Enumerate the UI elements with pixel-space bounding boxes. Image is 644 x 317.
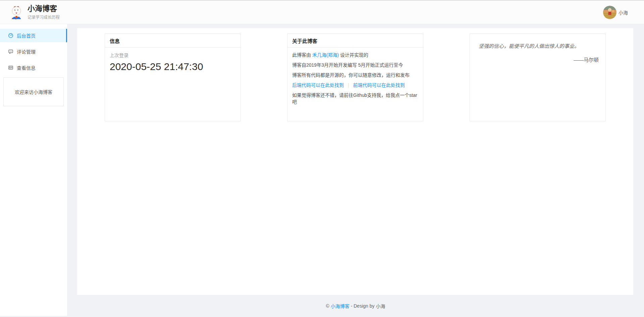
- about-line-star: 如果觉得博客还不错，请前往Github支持我，给我点一个star吧: [292, 92, 418, 105]
- sidebar-item-label: 后台首页: [17, 32, 36, 39]
- content-panel: 信息 上次登录 2020-05-25 21:47:30 关于此博客 此博客由 禾…: [77, 28, 633, 295]
- backend-code-link[interactable]: 后端代码可以在此处找到: [292, 82, 344, 88]
- about-author-suffix: 设计并实现的: [339, 52, 368, 58]
- sidebar-item-comments[interactable]: 评论管理: [0, 45, 67, 58]
- quote-text: 坚强的信心，能使平凡的人做出惊人的事业。: [479, 43, 599, 50]
- blog-mascot-logo-icon: [9, 5, 23, 19]
- card-quote: 坚强的信心，能使平凡的人做出惊人的事业。 ——马尔顿: [470, 34, 606, 121]
- user-name: 小海: [619, 9, 628, 16]
- sidebar: 后台首页 评论管理 查看信息: [0, 24, 67, 316]
- about-line-code-links: 后端代码可以在此处找到|前端代码可以在此处找到: [292, 82, 418, 88]
- card-about: 关于此博客 此博客由 禾几海(郑海) 设计并实现的 博客自2019年3月开始开发…: [287, 34, 423, 121]
- card-info: 信息 上次登录 2020-05-25 21:47:30: [105, 34, 241, 121]
- card-info-title: 信息: [105, 34, 240, 48]
- last-login-label: 上次登录: [110, 52, 236, 58]
- card-about-body: 此博客由 禾几海(郑海) 设计并实现的 博客自2019年3月开始开发编写 5月开…: [287, 48, 423, 113]
- sidebar-item-label: 查看信息: [17, 64, 36, 71]
- app-body: 后台首页 评论管理 查看信息: [0, 24, 644, 316]
- footer-author: 小海: [376, 303, 385, 309]
- sidebar-item-profile[interactable]: 查看信息: [0, 61, 67, 74]
- welcome-box: 欢迎来访小海博客: [3, 77, 64, 106]
- site-title-block: 小海博客 记录学习成长历程: [28, 5, 60, 20]
- dashboard-icon: [8, 33, 13, 38]
- site-subtitle: 记录学习成长历程: [28, 14, 60, 20]
- link-divider: |: [348, 82, 349, 88]
- about-line-history: 博客自2019年3月开始开发编写 5月开始正式运行至今: [292, 62, 418, 68]
- about-author-prefix: 此博客由: [292, 52, 312, 58]
- cards-row: 信息 上次登录 2020-05-25 21:47:30 关于此博客 此博客由 禾…: [105, 34, 606, 121]
- sidebar-item-label: 评论管理: [17, 48, 36, 55]
- sidebar-item-dashboard[interactable]: 后台首页: [0, 29, 67, 42]
- page-footer: © 小海博客 - Design by 小海: [67, 295, 644, 317]
- comment-icon: [8, 49, 13, 54]
- card-about-title: 关于此博客: [287, 34, 423, 48]
- last-login-value: 2020-05-25 21:47:30: [110, 61, 236, 72]
- sidebar-menu: 后台首页 评论管理 查看信息: [0, 24, 67, 74]
- card-info-body: 上次登录 2020-05-25 21:47:30: [105, 48, 240, 76]
- frontend-code-link[interactable]: 前端代码可以在此处找到: [353, 82, 405, 88]
- main-area: 信息 上次登录 2020-05-25 21:47:30 关于此博客 此博客由 禾…: [67, 24, 644, 316]
- footer-middle-text: - Design by: [350, 303, 376, 309]
- user-menu[interactable]: 小海: [603, 6, 628, 19]
- footer-copyright: ©: [326, 303, 331, 309]
- footer-site-link[interactable]: 小海博客: [331, 303, 350, 309]
- welcome-text: 欢迎来访小海博客: [15, 88, 52, 95]
- about-line-opensource: 博客所有代码都是开源的，你可以随意修改，运行和发布: [292, 72, 418, 78]
- logo[interactable]: 小海博客 记录学习成长历程: [9, 5, 60, 20]
- app-header: 小海博客 记录学习成长历程 小海: [0, 0, 644, 24]
- quote-author: ——马尔顿: [479, 56, 599, 63]
- user-avatar-icon: [603, 6, 616, 19]
- site-title: 小海博客: [28, 5, 60, 13]
- about-line-author: 此博客由 禾几海(郑海) 设计并实现的: [292, 52, 418, 58]
- idcard-icon: [8, 65, 13, 70]
- author-link[interactable]: 禾几海(郑海): [312, 52, 339, 58]
